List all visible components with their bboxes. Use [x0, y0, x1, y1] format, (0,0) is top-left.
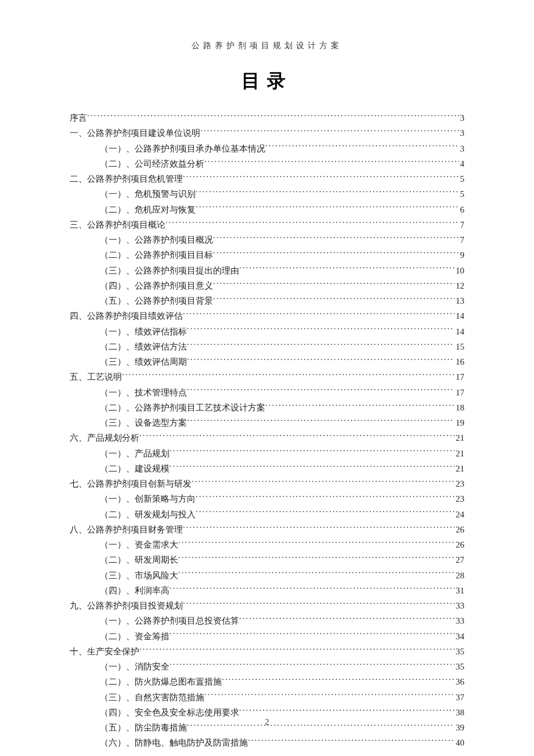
toc-entry-page: 5: [459, 171, 465, 186]
toc-entry-label: （一）、绩效评估指标: [100, 324, 187, 339]
toc-entry[interactable]: （一）、创新策略与方向23: [70, 491, 464, 506]
toc-entry[interactable]: （一）、危机预警与识别5: [70, 186, 464, 201]
toc-entry[interactable]: 一、公路养护剂项目建设单位说明3: [70, 125, 464, 141]
toc-entry-label: 七、公路养护剂项目创新与研发: [70, 476, 192, 491]
toc-entry-page: 40: [454, 735, 464, 750]
toc-leader-dots: [265, 402, 454, 411]
toc-entry[interactable]: （一）、消防安全35: [70, 659, 464, 674]
toc-entry[interactable]: （三）、自然灾害防范措施37: [70, 690, 464, 705]
toc-entry[interactable]: 十、生产安全保护35: [70, 644, 464, 659]
toc-entry-label: （一）、危机预警与识别: [100, 186, 196, 201]
toc-entry-page: 9: [459, 247, 465, 262]
toc-entry[interactable]: （二）、公路养护剂项目工艺技术设计方案18: [70, 400, 464, 415]
toc-entry[interactable]: （四）、利润率高31: [70, 583, 464, 598]
toc-entry-page: 27: [454, 552, 464, 567]
toc-entry[interactable]: （三）、公路养护剂项目提出的理由10: [70, 263, 464, 278]
toc-entry-label: （二）、公路养护剂项目工艺技术设计方案: [100, 400, 265, 415]
toc-leader-dots: [187, 356, 454, 365]
toc-entry[interactable]: 三、公路养护剂项目概论7: [70, 217, 464, 232]
toc-entry[interactable]: （二）、防火防爆总图布置措施36: [70, 674, 464, 689]
toc-entry[interactable]: 八、公路养护剂项目财务管理26: [70, 522, 464, 537]
toc-entry[interactable]: 五、工艺说明17: [70, 369, 464, 384]
toc-entry-label: （二）、研发周期长: [100, 552, 178, 567]
toc-leader-dots: [183, 310, 454, 319]
toc-entry-label: （二）、公路养护剂项目目标: [100, 247, 213, 262]
toc-entry[interactable]: （三）、绩效评估周期16: [70, 354, 464, 369]
toc-leader-dots: [204, 692, 454, 700]
toc-entry[interactable]: （一）、公路养护剂项目承办单位基本情况3: [70, 141, 464, 156]
toc-entry-label: （一）、公路养护剂项目总投资估算: [100, 613, 239, 628]
toc-entry-label: （三）、公路养护剂项目提出的理由: [100, 263, 239, 278]
toc-entry[interactable]: （二）、绩效评估方法15: [70, 339, 464, 354]
toc-entry[interactable]: 二、公路养护剂项目危机管理5: [70, 171, 464, 186]
toc-leader-dots: [178, 570, 454, 578]
toc-entry-page: 35: [454, 644, 464, 659]
toc-entry[interactable]: 四、公路养护剂项目绩效评估14: [70, 308, 464, 323]
toc-entry-page: 5: [459, 186, 465, 201]
toc-entry-page: 12: [454, 278, 464, 293]
toc-entry[interactable]: （二）、公路养护剂项目目标9: [70, 247, 464, 262]
toc-entry[interactable]: （二）、研发规划与投入24: [70, 507, 464, 522]
toc-leader-dots: [239, 707, 454, 715]
toc-entry[interactable]: （四）、公路养护剂项目意义12: [70, 278, 464, 293]
toc-entry-label: 四、公路养护剂项目绩效评估: [70, 308, 183, 323]
toc-entry[interactable]: （五）、公路养护剂项目背景13: [70, 293, 464, 308]
toc-leader-dots: [196, 493, 454, 502]
toc-entry[interactable]: 六、产品规划分析21: [70, 430, 464, 445]
toc-entry[interactable]: （三）、市场风险大28: [70, 568, 464, 583]
toc-entry-page: 3: [459, 125, 465, 141]
toc-leader-dots: [122, 371, 454, 380]
toc-entry-page: 28: [454, 568, 464, 583]
toc-entry-page: 16: [454, 354, 464, 369]
toc-entry[interactable]: （二）、资金筹措34: [70, 629, 464, 644]
toc-entry-label: 一、公路养护剂项目建设单位说明: [70, 125, 200, 141]
toc-entry-label: （四）、利润率高: [100, 583, 169, 598]
toc-entry-page: 21: [454, 461, 464, 476]
toc-entry-page: 24: [454, 507, 464, 522]
toc-entry[interactable]: （三）、设备选型方案19: [70, 415, 464, 430]
toc-entry-page: 7: [459, 232, 465, 247]
toc-leader-dots: [213, 295, 454, 304]
toc-entry-page: 18: [454, 400, 464, 415]
toc-entry[interactable]: （二）、建设规模21: [70, 461, 464, 476]
toc-leader-dots: [139, 646, 454, 654]
toc-entry[interactable]: （一）、资金需求大26: [70, 537, 464, 552]
toc-entry[interactable]: （一）、产品规划21: [70, 446, 464, 461]
page-number: 2: [0, 718, 534, 727]
toc-entry-page: 14: [454, 324, 464, 339]
toc-leader-dots: [196, 204, 459, 213]
toc-leader-dots: [187, 417, 454, 426]
toc-leader-dots: [213, 249, 459, 258]
toc-entry[interactable]: 序言3: [70, 110, 464, 125]
toc-leader-dots: [183, 600, 454, 609]
toc-leader-dots: [192, 478, 454, 487]
toc-entry[interactable]: （一）、技术管理特点17: [70, 385, 464, 400]
toc-entry[interactable]: （二）、公司经济效益分析4: [70, 156, 464, 171]
toc-leader-dots: [196, 509, 454, 517]
toc-entry-label: 序言: [70, 110, 87, 125]
toc-entry-label: 十、生产安全保护: [70, 644, 139, 659]
toc-entry-label: （二）、资金筹措: [100, 629, 169, 644]
toc-entry-label: 五、工艺说明: [70, 369, 122, 384]
toc-entry[interactable]: 七、公路养护剂项目创新与研发23: [70, 476, 464, 491]
toc-entry[interactable]: （二）、危机应对与恢复6: [70, 202, 464, 217]
toc-entry[interactable]: （六）、防静电、触电防护及防雷措施40: [70, 735, 464, 750]
toc-entry-page: 10: [454, 263, 464, 278]
toc-leader-dots: [213, 234, 459, 243]
toc-entry[interactable]: 九、公路养护剂项目投资规划33: [70, 598, 464, 613]
toc-entry[interactable]: （一）、公路养护剂项目总投资估算33: [70, 613, 464, 628]
toc-entry-label: 二、公路养护剂项目危机管理: [70, 171, 183, 186]
toc-entry-page: 37: [454, 690, 464, 705]
toc-leader-dots: [222, 676, 454, 685]
toc-entry-label: （五）、公路养护剂项目背景: [100, 293, 213, 308]
toc-entry[interactable]: （一）、公路养护剂项目概况7: [70, 232, 464, 247]
toc-entry[interactable]: （二）、研发周期长27: [70, 552, 464, 567]
toc-entry-label: （一）、技术管理特点: [100, 385, 187, 400]
toc-entry-label: （三）、设备选型方案: [100, 415, 187, 430]
toc-entry-label: （四）、公路养护剂项目意义: [100, 278, 213, 293]
toc-entry-label: （二）、建设规模: [100, 461, 169, 476]
toc-leader-dots: [265, 143, 459, 152]
toc-leader-dots: [87, 112, 459, 121]
toc-entry[interactable]: （一）、绩效评估指标14: [70, 324, 464, 339]
toc-entry-label: （一）、公路养护剂项目概况: [100, 232, 213, 247]
